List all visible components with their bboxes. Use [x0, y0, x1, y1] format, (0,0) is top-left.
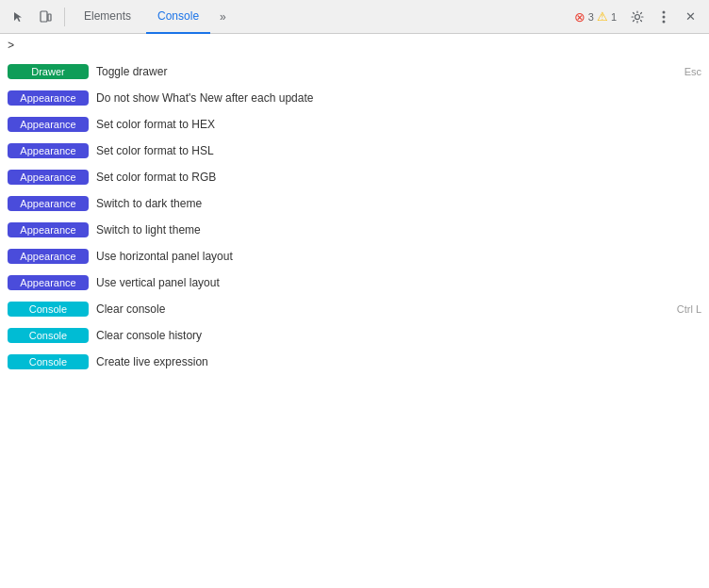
command-item[interactable]: AppearanceSwitch to light theme [0, 217, 709, 243]
command-tag: Appearance [8, 275, 89, 290]
error-badge-group: ⊗ 3 ⚠ 1 [574, 9, 617, 24]
command-text: Set color format to RGB [96, 171, 701, 184]
console-content[interactable]: > DrawerToggle drawerEscAppearanceDo not… [0, 34, 709, 588]
command-tag: Appearance [8, 196, 89, 211]
command-item[interactable]: AppearanceDo not show What's New after e… [0, 85, 709, 111]
command-item[interactable]: AppearanceUse vertical panel layout [0, 270, 709, 296]
close-button[interactable]: ✕ [679, 6, 701, 28]
command-text: Toggle drawer [96, 65, 677, 78]
command-item[interactable]: DrawerToggle drawerEsc [0, 58, 709, 85]
command-tag: Appearance [8, 249, 89, 264]
command-tag: Drawer [8, 64, 89, 79]
command-text: Do not show What's New after each update [96, 91, 701, 105]
command-shortcut: Ctrl L [677, 303, 701, 315]
command-tag: Appearance [8, 170, 89, 185]
svg-rect-1 [48, 14, 51, 21]
commands-list: DrawerToggle drawerEscAppearanceDo not s… [0, 58, 709, 375]
warning-icon: ⚠ [597, 9, 608, 24]
warning-count: 1 [611, 11, 617, 23]
command-item[interactable]: AppearanceUse horizontal panel layout [0, 243, 709, 270]
tab-console[interactable]: Console [146, 0, 210, 34]
command-item[interactable]: ConsoleClear consoleCtrl L [0, 296, 709, 322]
command-tag: Appearance [8, 222, 89, 237]
command-item[interactable]: AppearanceSet color format to HSL [0, 138, 709, 164]
divider-1 [64, 8, 65, 26]
settings-icon[interactable] [626, 6, 649, 28]
command-text: Set color format to HEX [96, 118, 701, 131]
tab-elements[interactable]: Elements [73, 0, 142, 34]
error-count: 3 [588, 11, 594, 23]
command-text: Clear console history [96, 329, 701, 342]
command-tag: Appearance [8, 117, 89, 132]
command-text: Set color format to HSL [96, 144, 701, 157]
command-shortcut: Esc [684, 66, 701, 77]
command-tag: Appearance [8, 143, 89, 158]
prompt-line: > [0, 34, 709, 58]
error-icon: ⊗ [574, 9, 585, 24]
command-tag: Console [8, 354, 89, 369]
command-item[interactable]: ConsoleCreate live expression [0, 349, 709, 375]
command-tag: Console [8, 328, 89, 343]
command-text: Switch to dark theme [96, 197, 701, 210]
command-text: Switch to light theme [96, 223, 701, 237]
command-item[interactable]: AppearanceSet color format to HEX [0, 111, 709, 138]
command-text: Create live expression [96, 355, 701, 368]
svg-point-2 [635, 14, 640, 19]
svg-point-4 [663, 15, 666, 18]
command-tag: Console [8, 302, 89, 317]
command-tag: Appearance [8, 90, 89, 106]
more-tabs-button[interactable]: » [214, 10, 232, 24]
svg-point-5 [663, 20, 666, 23]
command-text: Use vertical panel layout [96, 276, 701, 289]
command-item[interactable]: AppearanceSet color format to RGB [0, 164, 709, 190]
command-text: Clear console [96, 302, 669, 316]
cursor-icon[interactable] [8, 6, 30, 28]
device-icon[interactable] [34, 6, 57, 28]
toolbar: Elements Console » ⊗ 3 ⚠ 1 ✕ [0, 0, 709, 34]
command-item[interactable]: ConsoleClear console history [0, 322, 709, 349]
command-text: Use horizontal panel layout [96, 250, 701, 263]
svg-point-3 [663, 10, 666, 13]
more-options-icon[interactable] [652, 6, 675, 28]
command-item[interactable]: AppearanceSwitch to dark theme [0, 190, 709, 217]
svg-rect-0 [41, 11, 47, 22]
